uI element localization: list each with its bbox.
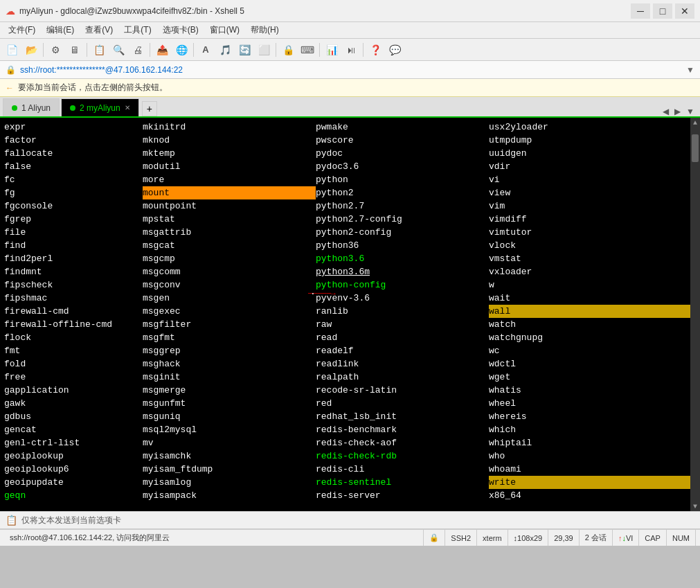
scroll-thumb[interactable]	[692, 134, 699, 162]
terminal-scrollbar[interactable]: ▲ ▼	[690, 118, 700, 511]
status-upload: ↑ ↓ VI	[613, 530, 639, 546]
toolbar-open[interactable]: 📂	[22, 42, 40, 58]
term-view: view	[489, 186, 696, 199]
menu-view[interactable]: 查看(V)	[80, 23, 118, 37]
term-red: red	[316, 397, 489, 410]
toolbar-keyboard[interactable]: ⌨	[298, 42, 316, 58]
toolbar-settings[interactable]: ⚙	[46, 42, 64, 58]
menu-tools[interactable]: 工具(T)	[118, 23, 156, 37]
term-msgfmt: msgfmt	[143, 331, 316, 344]
term-usx2yloader: usx2yloader	[489, 121, 696, 134]
term-msginit: msginit	[143, 371, 316, 384]
maximize-button[interactable]: □	[653, 3, 672, 19]
toolbar-font[interactable]: A	[197, 42, 215, 58]
term-python: python	[316, 173, 489, 186]
address-text: ssh://root:***************@47.106.162.14…	[20, 65, 683, 75]
term-gawk: gawk	[4, 397, 143, 410]
term-fgrep: fgrep	[4, 213, 143, 226]
tab-nav-menu[interactable]: ▼	[683, 107, 697, 116]
toolbar-find[interactable]: 🔍	[109, 42, 127, 58]
term-uuidgen: uuidgen	[489, 147, 696, 160]
menu-file[interactable]: 文件(F)	[3, 23, 41, 37]
term-fallocate: fallocate	[4, 147, 143, 160]
menu-tabs[interactable]: 选项卡(B)	[157, 23, 204, 37]
status-position: 29,39	[548, 530, 580, 546]
toolbar-sep-1	[43, 43, 44, 57]
terminal-col-4: usx2yloader utmpdump uuidgen vdir vi vie…	[489, 121, 696, 502]
info-text: 要添加当前会话，点击左侧的箭头按钮。	[18, 82, 168, 93]
term-gencat: gencat	[4, 423, 143, 436]
term-vlock: vlock	[489, 239, 696, 252]
toolbar-audio[interactable]: 🎵	[216, 42, 234, 58]
tab-nav-left[interactable]: ◀	[660, 107, 672, 116]
term-recode-sr-latin: recode-sr-latin	[316, 384, 489, 397]
term-vxloader: vxloader	[489, 265, 696, 278]
menu-edit[interactable]: 编辑(E)	[41, 23, 80, 37]
term-redis-check-rdb: redis-check-rdb	[316, 449, 489, 463]
tab-bar: 1 Aliyun 2 myAliyun ✕ + ◀ ▶ ▼	[0, 97, 700, 118]
term-wait: wait	[489, 292, 696, 305]
term-geoiplookup6: geoiplookup6	[4, 463, 143, 476]
toolbar-terminal[interactable]: 🖥	[66, 42, 84, 58]
term-wget: wget	[489, 371, 696, 384]
toolbar-refresh[interactable]: 🔄	[235, 42, 253, 58]
term-redis-server: redis-server	[316, 489, 489, 502]
menu-bar: 文件(F) 编辑(E) 查看(V) 工具(T) 选项卡(B) 窗口(W) 帮助(…	[0, 22, 700, 39]
term-python2: python2	[316, 186, 489, 199]
term-free: free	[4, 371, 143, 384]
term-fold: fold	[4, 357, 143, 371]
tab-nav: ◀ ▶ ▼	[660, 107, 697, 116]
term-which: which	[489, 423, 696, 436]
toolbar-help[interactable]: ❓	[366, 42, 384, 58]
minimize-button[interactable]: ─	[631, 3, 650, 19]
toolbar-lock[interactable]: 🔒	[279, 42, 297, 58]
term-msgfilter: msgfilter	[143, 318, 316, 331]
toolbar-print[interactable]: 🖨	[129, 42, 147, 58]
term-vdir: vdir	[489, 160, 696, 173]
tab-myaliyun[interactable]: 2 myAliyun ✕	[61, 98, 139, 116]
close-button[interactable]: ✕	[675, 3, 694, 19]
term-genl-ctrl-list: genl-ctrl-list	[4, 436, 143, 449]
status-size: ↕ 108x29	[508, 530, 549, 546]
menu-window[interactable]: 窗口(W)	[204, 23, 245, 37]
tab-label-1: 1 Aliyun	[21, 103, 51, 113]
tab-nav-right[interactable]: ▶	[672, 107, 683, 116]
scroll-down-arrow[interactable]: ▼	[690, 501, 700, 511]
term-fipscheck: fipscheck	[4, 278, 143, 292]
term-mpstat: mpstat	[143, 213, 316, 226]
address-dropdown-icon[interactable]: ▼	[686, 65, 694, 75]
toolbar-copy[interactable]: 📋	[90, 42, 108, 58]
menu-help[interactable]: 帮助(H)	[245, 23, 285, 37]
toolbar-upload[interactable]: 📤	[153, 42, 171, 58]
term-msghack: msghack	[143, 357, 316, 371]
scroll-up-arrow[interactable]: ▲	[690, 118, 700, 127]
term-myisampack: myisampack	[143, 489, 316, 502]
term-mount: mount	[143, 186, 316, 199]
toolbar-sep-2	[87, 43, 87, 57]
scroll-track[interactable]	[690, 127, 700, 501]
term-more: more	[143, 173, 316, 186]
toolbar-screen[interactable]: ⬜	[255, 42, 273, 58]
toolbar-sep-6	[319, 43, 320, 57]
toolbar-stats[interactable]: 📊	[323, 42, 341, 58]
term-who: who	[489, 449, 696, 463]
toolbar-play[interactable]: ⏯	[342, 42, 360, 58]
tab-close-icon[interactable]: ✕	[125, 104, 130, 112]
toolbar-new[interactable]: 📄	[3, 42, 21, 58]
term-vmstat: vmstat	[489, 252, 696, 265]
toolbar-web[interactable]: 🌐	[172, 42, 190, 58]
tab-aliyun[interactable]: 1 Aliyun	[3, 98, 60, 116]
term-python36m: python3.6	[316, 252, 489, 265]
term-redis-sentinel: redis-sentinel	[316, 476, 489, 489]
term-python2-config: python2-config	[316, 226, 489, 239]
toolbar-chat[interactable]: 💬	[386, 42, 404, 58]
tab-add-button[interactable]: +	[142, 101, 157, 116]
term-msgcomm: msgcomm	[143, 265, 316, 278]
term-python36m-bin: python3.6m	[316, 265, 489, 278]
term-redhat-lsb-init: redhat_lsb_init	[316, 410, 489, 423]
term-readlink: readlink	[316, 357, 489, 371]
term-fc: fc	[4, 173, 143, 186]
status-encoding: xterm	[477, 530, 508, 546]
status-bar: ssh://root@47.106.162.144:22, 访问我的阿里云 🔒 …	[0, 529, 700, 546]
terminal[interactable]: expr factor fallocate false fc fg fgcons…	[0, 118, 700, 511]
